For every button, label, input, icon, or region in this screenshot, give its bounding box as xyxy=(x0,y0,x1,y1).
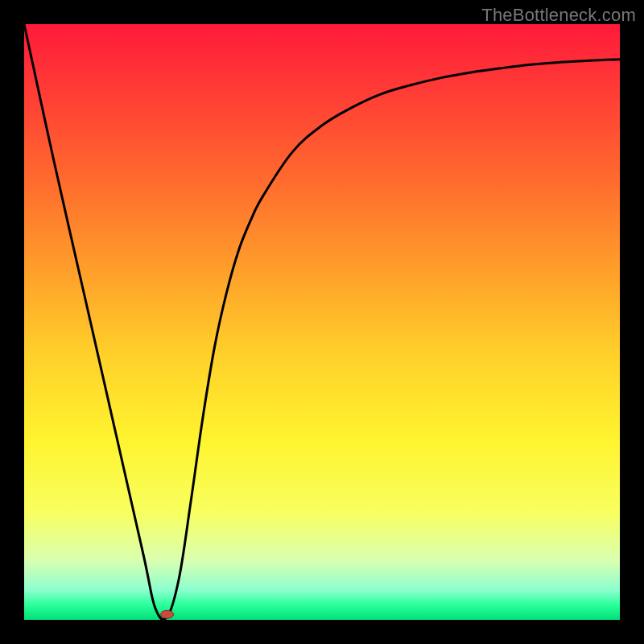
watermark-text: TheBottleneck.com xyxy=(481,5,636,26)
plot-svg xyxy=(24,24,620,620)
gradient-background xyxy=(24,24,620,620)
chart-container: TheBottleneck.com xyxy=(0,0,644,644)
plot-area xyxy=(24,24,620,620)
marker-dot xyxy=(161,610,174,618)
